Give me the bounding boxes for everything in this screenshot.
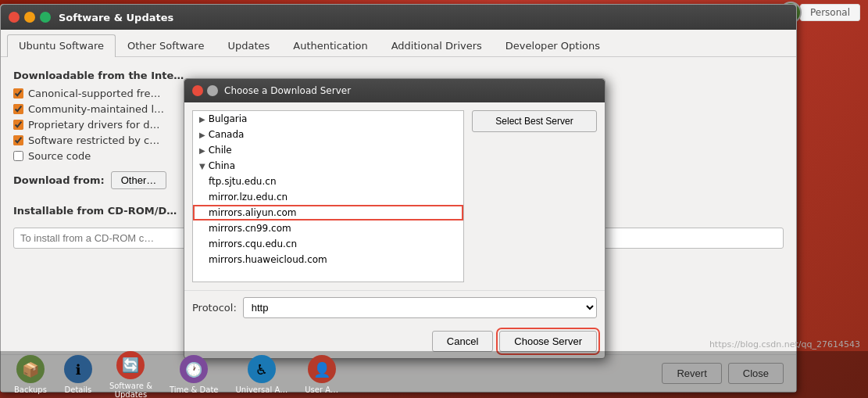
triangle-icon: ▶ xyxy=(199,115,205,124)
personal-label-text: Personal xyxy=(810,7,850,18)
protocol-row: Protocol: http https ftp xyxy=(184,290,605,324)
window-maximize-button[interactable] xyxy=(40,12,51,23)
tab-developer-options[interactable]: Developer Options xyxy=(494,34,612,56)
other-button[interactable]: Other… xyxy=(111,171,167,189)
taskbar-item-time-date[interactable]: 🕐 Time & Date xyxy=(163,352,225,397)
list-item[interactable]: ▶ Canada xyxy=(193,127,463,142)
window-close-button[interactable] xyxy=(9,12,20,23)
download-from-label: Download from: xyxy=(13,174,105,186)
tab-ubuntu-software[interactable]: Ubuntu Software xyxy=(7,34,116,57)
list-item[interactable]: ftp.sjtu.edu.cn xyxy=(193,174,463,189)
dialog-body: ▶ Bulgaria ▶ Canada ▶ Chile ▼ China ftp.… xyxy=(184,102,605,290)
checkbox-canonical-input[interactable] xyxy=(13,88,23,99)
cancel-button[interactable]: Cancel xyxy=(432,331,493,352)
window-minimize-button[interactable] xyxy=(24,12,35,23)
dialog-minimize-button[interactable] xyxy=(207,85,218,96)
right-panel: Select Best Server xyxy=(472,110,597,282)
tab-additional-drivers[interactable]: Additional Drivers xyxy=(380,34,494,56)
list-item[interactable]: ▼ China xyxy=(193,158,463,174)
universal-icon: ♿ xyxy=(248,355,276,383)
time-date-icon: 🕐 xyxy=(180,355,208,383)
list-item[interactable]: mirrors.cqu.edu.cn xyxy=(193,236,463,252)
tab-updates[interactable]: Updates xyxy=(216,34,281,56)
dialog-title: Choose a Download Server xyxy=(224,85,351,96)
checkbox-restricted-input[interactable] xyxy=(13,135,23,145)
taskbar-item-details[interactable]: ℹ Details xyxy=(58,352,98,397)
user-icon: 👤 xyxy=(308,355,336,383)
tab-authentication[interactable]: Authentication xyxy=(281,34,379,56)
taskbar-item-software-updates[interactable]: 🔄 Software & Updates xyxy=(103,348,159,399)
window-title: Software & Updates xyxy=(59,12,173,23)
window-controls xyxy=(9,12,51,23)
choose-server-button[interactable]: Choose Server xyxy=(499,331,597,352)
dialog-controls xyxy=(192,85,218,96)
software-updates-icon: 🔄 xyxy=(116,351,145,379)
taskbar-item-universal[interactable]: ♿ Universal A… xyxy=(229,352,294,397)
checkbox-proprietary-input[interactable] xyxy=(13,120,23,130)
checkbox-community-input[interactable] xyxy=(13,104,23,114)
backups-icon: 📦 xyxy=(16,355,45,383)
list-item[interactable]: ▶ Bulgaria xyxy=(193,111,463,127)
tab-bar: Ubuntu Software Other Software Updates A… xyxy=(1,30,796,57)
list-item[interactable]: mirror.lzu.edu.cn xyxy=(193,189,463,205)
triangle-icon: ▶ xyxy=(199,131,205,139)
window-titlebar: Software & Updates xyxy=(1,5,796,30)
checkbox-source-input[interactable] xyxy=(13,151,23,161)
server-list[interactable]: ▶ Bulgaria ▶ Canada ▶ Chile ▼ China ftp.… xyxy=(192,110,464,282)
csdn-watermark: https://blog.csdn.net/qq_27614543 xyxy=(709,339,860,350)
tab-other-software[interactable]: Other Software xyxy=(116,34,216,56)
list-item-selected[interactable]: mirrors.aliyun.com xyxy=(193,205,463,221)
list-item[interactable]: ▶ Chile xyxy=(193,142,463,158)
download-server-dialog: Choose a Download Server ▶ Bulgaria ▶ Ca… xyxy=(184,78,605,359)
protocol-label: Protocol: xyxy=(192,302,237,314)
taskbar-item-user[interactable]: 👤 User A… xyxy=(298,352,345,397)
protocol-select[interactable]: http https ftp xyxy=(243,297,597,318)
list-item[interactable]: mirrors.huaweicloud.com xyxy=(193,252,463,267)
personal-panel-label: Personal xyxy=(800,4,860,21)
dialog-close-button[interactable] xyxy=(192,85,203,96)
details-icon: ℹ xyxy=(64,355,92,383)
triangle-icon: ▶ xyxy=(199,146,205,155)
dialog-titlebar: Choose a Download Server xyxy=(184,79,605,102)
taskbar-item-backups[interactable]: 📦 Backups xyxy=(8,352,53,397)
taskbar: 📦 Backups ℹ Details 🔄 Software & Updates… xyxy=(0,351,868,398)
triangle-icon: ▼ xyxy=(199,162,205,170)
list-item[interactable]: mirrors.cn99.com xyxy=(193,221,463,236)
select-best-server-button[interactable]: Select Best Server xyxy=(472,110,597,132)
